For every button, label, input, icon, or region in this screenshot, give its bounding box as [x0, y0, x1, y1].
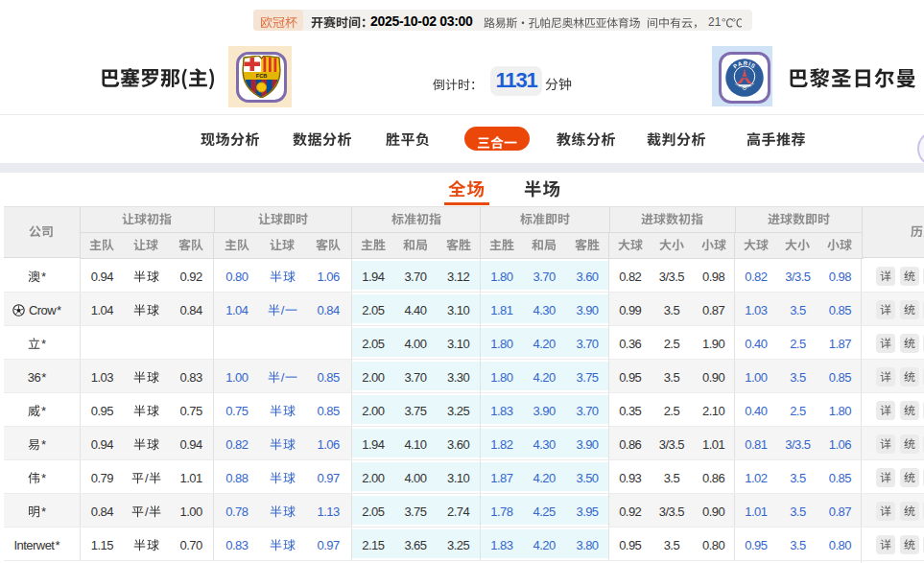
svg-text:FCB: FCB [255, 73, 266, 79]
